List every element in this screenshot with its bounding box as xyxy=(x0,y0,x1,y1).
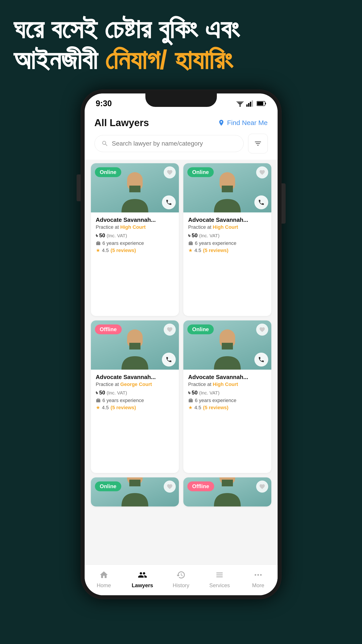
status-badge: Online xyxy=(95,167,122,177)
lawyer-card[interactable]: Offline Advocate Savannah... Practice at… xyxy=(91,320,179,473)
search-input-wrap[interactable] xyxy=(94,135,244,152)
svg-rect-16 xyxy=(222,186,233,192)
history-icon xyxy=(175,569,186,580)
lawyer-experience: 6 years experience xyxy=(188,398,266,404)
briefcase-icon xyxy=(96,241,101,246)
svg-rect-6 xyxy=(250,102,251,107)
status-time: 9:30 xyxy=(96,99,112,108)
heart-button[interactable] xyxy=(256,324,268,336)
lawyer-name: Advocate Savannah... xyxy=(188,216,266,224)
lawyer-name: Advocate Savannah... xyxy=(96,216,174,224)
hero-line2-white: আইনজীবী xyxy=(13,45,105,75)
lawyer-experience: 6 years experience xyxy=(96,240,174,246)
services-icon xyxy=(214,569,225,580)
search-input[interactable] xyxy=(112,140,237,147)
lawyer-card[interactable]: Online Advocate Savannah... Practice at … xyxy=(91,163,179,316)
card-image: Online xyxy=(183,163,271,212)
nav-item-home[interactable]: Home xyxy=(93,569,115,588)
status-badge: Online xyxy=(95,482,122,491)
status-badge: Online xyxy=(187,324,214,334)
lawyer-card[interactable]: Online Advocate Savannah... Practice at … xyxy=(183,320,271,473)
heart-icon xyxy=(259,169,265,176)
location-icon xyxy=(218,119,225,126)
more-icon xyxy=(253,569,264,580)
heart-button[interactable] xyxy=(256,480,268,492)
svg-rect-28 xyxy=(222,480,233,486)
lawyer-rating: ★ 4.5 (5 reviews) xyxy=(188,405,266,410)
lawyer-practice: Practice at High Court xyxy=(188,382,266,387)
page-title: All Lawyers xyxy=(94,117,149,128)
app-header: All Lawyers Find Near Me xyxy=(85,110,278,134)
search-icon xyxy=(101,140,108,147)
briefcase-icon xyxy=(188,241,193,246)
card-info: Advocate Savannah... Practice at High Co… xyxy=(183,212,271,258)
card-image: Offline xyxy=(91,320,179,370)
hero-line2-yellow: নিেযাগ/ হাযারিং xyxy=(105,45,233,75)
nav-item-lawyers[interactable]: Lawyers xyxy=(131,569,154,588)
svg-rect-4 xyxy=(246,104,248,107)
lawyer-card[interactable]: Online xyxy=(91,478,179,506)
lawyer-practice: Practice at High Court xyxy=(96,224,174,230)
phone-icon xyxy=(258,199,265,206)
filter-icon xyxy=(254,140,262,148)
lawyer-rating: ★ 4.5 (5 reviews) xyxy=(96,405,174,410)
phone-notch xyxy=(145,94,217,107)
phone-inner: 9:30 xyxy=(85,94,278,595)
call-button[interactable] xyxy=(162,196,176,209)
signal-icon xyxy=(246,100,254,107)
heart-button[interactable] xyxy=(164,324,176,336)
lawyer-name: Advocate Savannah... xyxy=(96,374,174,380)
svg-point-29 xyxy=(255,574,256,576)
lawyer-price: ৳ 50 (Inc. VAT) xyxy=(96,390,174,396)
find-near-me-button[interactable]: Find Near Me xyxy=(218,119,268,126)
status-badge: Online xyxy=(187,167,214,177)
heart-button[interactable] xyxy=(164,166,176,178)
heart-icon xyxy=(259,326,265,333)
star-icon: ★ xyxy=(96,248,100,253)
nav-item-services[interactable]: Services xyxy=(208,569,231,588)
card-info: Advocate Savannah... Practice at High Co… xyxy=(91,212,179,258)
svg-rect-13 xyxy=(129,186,141,192)
battery-icon xyxy=(257,101,266,106)
star-icon: ★ xyxy=(188,405,193,410)
home-icon xyxy=(98,569,109,580)
status-icons xyxy=(236,100,266,107)
hero-line1: ঘরে বসেই চেষ্টার বুকিং এবং xyxy=(13,14,349,44)
nav-item-history[interactable]: History xyxy=(170,569,192,588)
lawyers-grid: Online Advocate Savannah... Practice at … xyxy=(85,160,278,564)
svg-rect-7 xyxy=(252,100,253,107)
wifi-icon xyxy=(236,100,244,107)
svg-rect-19 xyxy=(129,343,141,350)
heart-button[interactable] xyxy=(164,480,176,492)
find-near-me-label: Find Near Me xyxy=(227,119,268,126)
star-icon: ★ xyxy=(188,248,193,253)
status-badge: Offline xyxy=(187,482,214,491)
nav-label: More xyxy=(252,582,264,588)
svg-rect-5 xyxy=(248,103,249,107)
lawyers-icon xyxy=(137,569,148,580)
star-icon: ★ xyxy=(96,405,100,410)
lawyer-name: Advocate Savannah... xyxy=(188,374,266,380)
svg-rect-22 xyxy=(222,343,233,350)
bottom-nav: Home Lawyers History Services More xyxy=(85,564,278,595)
phone-icon xyxy=(166,199,172,206)
card-info: Advocate Savannah... Practice at High Co… xyxy=(183,370,271,415)
nav-item-more[interactable]: More xyxy=(247,569,269,588)
heart-icon xyxy=(167,169,173,176)
call-button[interactable] xyxy=(254,353,268,366)
call-button[interactable] xyxy=(162,353,176,366)
lawyer-card[interactable]: Offline xyxy=(183,478,271,506)
call-button[interactable] xyxy=(254,196,268,209)
lawyer-card[interactable]: Online Advocate Savannah... Practice at … xyxy=(183,163,271,316)
filter-button[interactable] xyxy=(248,134,268,154)
phone-icon xyxy=(258,356,265,363)
status-badge: Offline xyxy=(95,324,122,334)
heart-button[interactable] xyxy=(256,166,268,178)
card-image: Online xyxy=(91,163,179,212)
heart-icon xyxy=(167,326,173,333)
nav-label: Home xyxy=(97,582,111,588)
nav-label: History xyxy=(173,582,189,588)
lawyer-experience: 6 years experience xyxy=(96,398,174,404)
svg-point-31 xyxy=(260,574,262,576)
lawyer-experience: 6 years experience xyxy=(188,240,266,246)
